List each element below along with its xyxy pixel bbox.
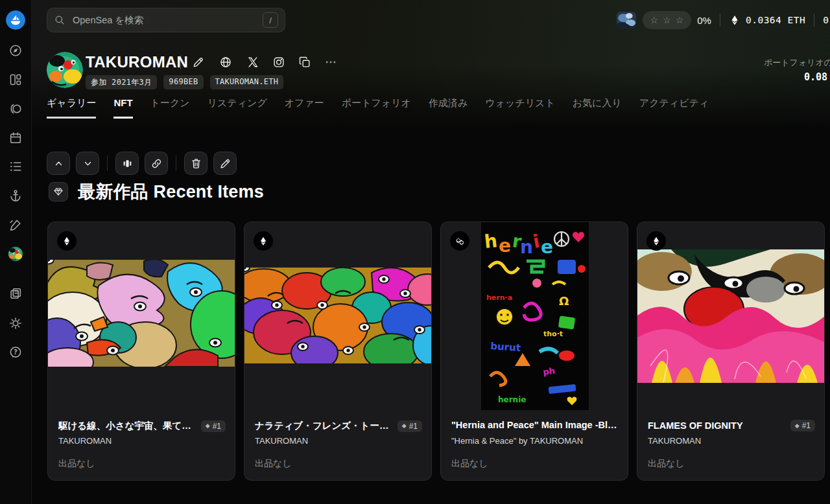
help-question-icon: ? [8, 345, 23, 360]
star-icon: ☆ [650, 16, 659, 25]
sidebar-item-news[interactable] [8, 286, 23, 301]
trash-icon [190, 157, 202, 170]
listing-status: 出品なし [58, 458, 95, 470]
edition-number: #1 [409, 422, 418, 431]
compass-icon [8, 43, 23, 58]
gallery-toolbar [47, 152, 237, 175]
star-icon: ☆ [676, 16, 684, 25]
copy-address-button[interactable] [298, 56, 311, 69]
diamond-icon: ◆ [795, 423, 800, 429]
nft-creator[interactable]: TAKUROMAN [648, 436, 701, 446]
x-twitter-icon [246, 56, 259, 69]
edit-gallery-button[interactable] [213, 152, 237, 175]
sidebar-item-studio[interactable] [8, 218, 23, 232]
chevron-down-icon [82, 157, 94, 170]
chain-badge [646, 231, 666, 251]
tab-listings[interactable]: リスティング [208, 97, 267, 119]
website-link-button[interactable] [219, 56, 232, 69]
wallet-address-badge[interactable]: 969BEB [163, 75, 203, 89]
nft-creator[interactable]: TAKUROMAN [255, 436, 308, 446]
more-options-button[interactable] [324, 56, 337, 69]
globe-icon [219, 56, 232, 69]
portfolio-value-label: ポートフォリオの価値 [764, 57, 830, 69]
rating-stars[interactable]: ☆ ☆ ☆ [643, 11, 692, 29]
calendar-icon [8, 131, 23, 145]
tab-activity[interactable]: アクティビティ [639, 97, 709, 119]
tab-tokens[interactable]: トークン [150, 97, 190, 119]
nft-artwork [244, 268, 432, 363]
nft-card[interactable]: ナラティブ・フレンズ・トーキ... ◆ #1 TAKUROMAN 出品なし [244, 222, 432, 481]
instagram-link-button[interactable] [272, 56, 285, 69]
featured-item-thumbnail[interactable] [617, 12, 636, 29]
edit-profile-button[interactable] [192, 56, 205, 69]
sidebar-item-list[interactable] [8, 159, 23, 174]
tab-gallery[interactable]: ギャラリー [47, 97, 96, 119]
eth-balance[interactable]: 0.0364 ETH [746, 15, 805, 25]
svg-text:burut: burut [490, 340, 521, 354]
edition-number: #1 [213, 422, 221, 431]
tab-created[interactable]: 作成済み [429, 97, 468, 119]
svg-text:h: h [483, 230, 498, 253]
profile-badges: 参加 2021年3月 969BEB TAKUROMAN.ETH [86, 75, 283, 89]
delete-button[interactable] [184, 152, 208, 175]
ethereum-icon [651, 236, 661, 246]
carousel-view-button[interactable] [115, 152, 139, 175]
nft-creator[interactable]: "Hernia & Peace" by TAKUROMAN [451, 436, 583, 446]
tab-watchlist[interactable]: ウォッチリスト [485, 97, 554, 119]
nft-card[interactable]: h e r n i e hern·a burut tho·t hernie ph… [440, 222, 628, 481]
tab-nft[interactable]: NFT [113, 97, 132, 119]
copy-link-button[interactable] [145, 152, 168, 175]
sidebar-item-drops[interactable] [8, 189, 23, 203]
sidebar-item-settings[interactable] [8, 316, 23, 330]
x-twitter-link-button[interactable] [246, 56, 259, 69]
sidebar-item-calendar[interactable] [8, 131, 23, 145]
sidebar-item-explore[interactable] [8, 43, 23, 58]
svg-text:hernie: hernie [498, 395, 526, 404]
coin-stack-icon [8, 102, 23, 116]
search-bar[interactable]: / [47, 8, 285, 32]
gem-icon [53, 187, 64, 197]
profile-name: TAKUROMAN [86, 53, 188, 71]
svg-text:hern·a: hern·a [486, 293, 512, 302]
sidebar-item-profile[interactable] [8, 247, 23, 261]
ethereum-icon [62, 236, 72, 246]
sidebar-item-collections[interactable] [8, 73, 23, 87]
search-shortcut-key: / [263, 12, 278, 28]
nft-creator[interactable]: TAKUROMAN [58, 436, 112, 446]
anchor-icon [8, 189, 23, 203]
star-icon: ☆ [663, 16, 671, 25]
ethereum-icon [258, 236, 268, 246]
svg-text:n: n [520, 236, 533, 258]
news-pages-icon [8, 286, 23, 301]
divider [176, 155, 176, 171]
tab-favorites[interactable]: お気に入り [573, 97, 622, 119]
svg-text:e: e [499, 235, 511, 257]
move-down-button[interactable] [76, 152, 99, 175]
sidebar-item-tokens[interactable] [8, 102, 23, 116]
svg-text:e: e [541, 236, 553, 258]
polygon-icon [455, 236, 465, 246]
sidebar-item-help[interactable]: ? [8, 345, 23, 360]
nft-title: 駆ける線、小さな宇宙、果てな... [58, 420, 196, 432]
pencil-icon [219, 157, 231, 170]
move-up-button[interactable] [47, 152, 70, 175]
nft-card[interactable]: 駆ける線、小さな宇宙、果てな... ◆ #1 TAKUROMAN 出品なし [47, 222, 235, 481]
chain-badge [57, 231, 77, 251]
edition-badge: ◆ #1 [397, 420, 422, 432]
tab-offers[interactable]: オファー [285, 97, 324, 119]
nft-title: ナラティブ・フレンズ・トーキ... [255, 420, 392, 432]
opensea-logo-icon[interactable] [6, 10, 25, 30]
ens-name-badge[interactable]: TAKUROMAN.ETH [210, 75, 284, 89]
opensea-profile-page: ? / ☆ ☆ ☆ 0% 0.0364 ETH 0 [0, 0, 830, 504]
divider [107, 155, 108, 171]
edition-badge: ◆ #1 [201, 420, 226, 432]
sidebar: ? [0, 0, 32, 504]
search-input[interactable] [71, 14, 263, 26]
diamond-icon: ◆ [402, 423, 407, 429]
tab-portfolio[interactable]: ポートフォリオ [342, 97, 411, 119]
profile-avatar[interactable] [47, 52, 83, 88]
svg-text:ph: ph [542, 366, 555, 377]
search-icon [54, 14, 65, 26]
nft-card[interactable]: FLAMES OF DIGNITY ◆ #1 TAKUROMAN 出品なし [637, 222, 825, 481]
portfolio-value: 0.08 [804, 71, 827, 83]
